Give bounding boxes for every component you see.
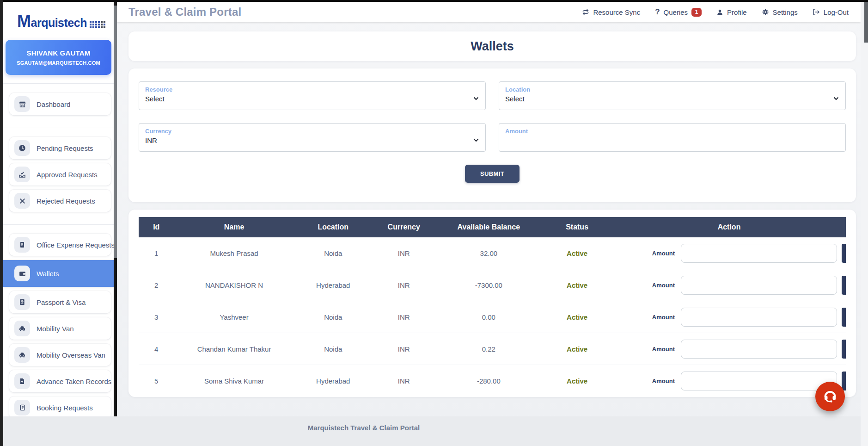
sidebar-group-divider [9,216,111,234]
row-amount-input[interactable] [681,372,837,390]
table-row: 1 Mukesh Prasad Noida INR 32.00 Active A… [139,237,846,269]
sidebar: Marquistech SHIVANK GAUTAM SGAUTAM@MARQU… [3,2,114,416]
page-title-card: Wallets [128,31,856,61]
currency-select[interactable]: Currency INR [139,123,486,152]
sidebar-item-mobility-overseas-van[interactable]: Mobility Overseas Van [9,344,111,366]
car-icon [14,321,30,336]
amount-field[interactable]: Amount [499,123,846,152]
sidebar-item-advance-taken-records[interactable]: Advance Taken Records [9,370,111,392]
gear-icon [762,8,769,16]
menu-log-out[interactable]: Log-Out [813,8,849,16]
status-badge: Active [542,313,612,321]
sidebar-item-label: Rejected Requests [37,197,95,205]
cell-id: 5 [139,377,174,385]
table-row: 5 Soma Shiva Kumar Hyderabad INR -280.00… [139,365,846,397]
cell-currency: INR [372,345,436,353]
sidebar-item-label: Approved Requests [37,171,98,179]
sidebar-item-passport-visa[interactable]: Passport & Visa [9,291,111,313]
menu-profile[interactable]: Profile [716,8,747,16]
cell-location: Noida [294,313,372,321]
sidebar-item-label: Booking Requests [37,404,93,412]
table-row: 2 NANDAKISHOR N Hyderabad INR -7300.00 A… [139,269,846,301]
col-header-location: Location [294,223,372,231]
menu-queries[interactable]: ? Queries 1 [655,7,702,17]
support-chat-button[interactable] [815,382,845,411]
status-badge: Active [542,345,612,353]
document-icon [14,237,30,253]
sidebar-item-label: Advance Taken Records [37,378,111,385]
sidebar-item-label: Mobility Overseas Van [37,351,105,359]
sidebar-item-mobility-van[interactable]: Mobility Van [9,317,111,340]
wallets-table-card: Id Name Location Currency Available Bala… [128,210,856,397]
location-select[interactable]: Location Select [499,81,846,110]
cell-name: Soma Shiva Kumar [174,377,294,385]
row-amount-label: Amount [652,378,675,384]
col-header-name: Name [174,223,294,231]
status-badge: Active [542,377,612,385]
menu-settings[interactable]: Settings [762,8,798,16]
window-left-edge [0,0,3,446]
amount-input[interactable] [505,136,822,144]
sidebar-item-label: Mobility Van [37,325,74,333]
col-header-action: Action [612,223,846,231]
row-amount-input[interactable] [681,308,837,327]
row-update-button[interactable] [842,308,846,327]
row-update-button[interactable] [842,244,846,263]
clock-icon [14,140,30,156]
sidebar-item-label: Wallets [37,270,59,278]
cell-balance: 32.00 [436,249,542,257]
row-amount-input[interactable] [681,340,837,359]
footer: Marquistech Travel & Claim Portal [3,416,861,446]
cell-balance: 0.00 [436,313,542,321]
col-header-balance: Available Balance [436,223,542,231]
cell-location: Noida [294,249,372,257]
footer-text: Marquistech Travel & Claim Portal [3,424,724,432]
menu-label: Settings [773,8,798,16]
page-scrollbar-thumb[interactable] [864,2,868,43]
row-amount-input[interactable] [681,276,837,295]
row-amount-label: Amount [652,346,675,353]
submit-button[interactable]: SUBMIT [465,165,520,183]
passport-icon [14,294,30,310]
wallet-icon [14,266,30,281]
sidebar-item-dashboard[interactable]: Dashboard [9,93,111,115]
chevron-down-icon [473,136,479,144]
col-header-status: Status [542,223,612,231]
sidebar-item-office-expense-requests[interactable]: Office Expense Requests [9,234,111,256]
cell-name: NANDAKISHOR N [174,281,294,289]
sidebar-nav: Dashboard Pending Requests Approved Requ… [3,84,114,416]
sidebar-item-approved-requests[interactable]: Approved Requests [9,163,111,186]
sidebar-item-label: Office Expense Requests [37,241,114,249]
resource-select[interactable]: Resource Select [139,81,486,110]
resource-label: Resource [145,86,479,93]
cell-id: 2 [139,281,174,289]
cell-currency: INR [372,249,436,257]
menu-label: Log-Out [824,8,849,16]
logo[interactable]: Marquistech [3,2,114,30]
status-badge: Active [542,281,612,289]
row-amount-label: Amount [652,250,675,257]
page-scrollbar-track[interactable] [861,2,868,446]
cell-name: Yashveer [174,313,294,321]
user-email: SGAUTAM@MARQUISTECH.COM [17,60,100,66]
cell-id: 4 [139,345,174,353]
cell-currency: INR [372,281,436,289]
cell-balance: -7300.00 [436,281,542,289]
sidebar-scrollbar[interactable] [114,2,117,258]
cell-location: Noida [294,345,372,353]
main-area: Travel & Claim Portal Resource Sync ? Qu… [117,2,861,416]
wallets-table: Id Name Location Currency Available Bala… [139,217,846,397]
row-amount-input[interactable] [681,244,837,263]
menu-resource-sync[interactable]: Resource Sync [582,8,640,16]
row-update-button[interactable] [842,340,846,359]
question-icon: ? [655,7,660,17]
sidebar-item-label: Dashboard [37,100,70,108]
sidebar-item-wallets[interactable]: Wallets [3,260,114,287]
sidebar-item-pending-requests[interactable]: Pending Requests [9,137,111,159]
sync-icon [582,8,589,16]
sidebar-item-booking-requests[interactable]: Booking Requests [9,396,111,416]
row-update-button[interactable] [842,276,846,295]
sidebar-item-rejected-requests[interactable]: Rejected Requests [9,190,111,212]
status-badge: Active [542,249,612,257]
headset-icon [822,388,838,405]
